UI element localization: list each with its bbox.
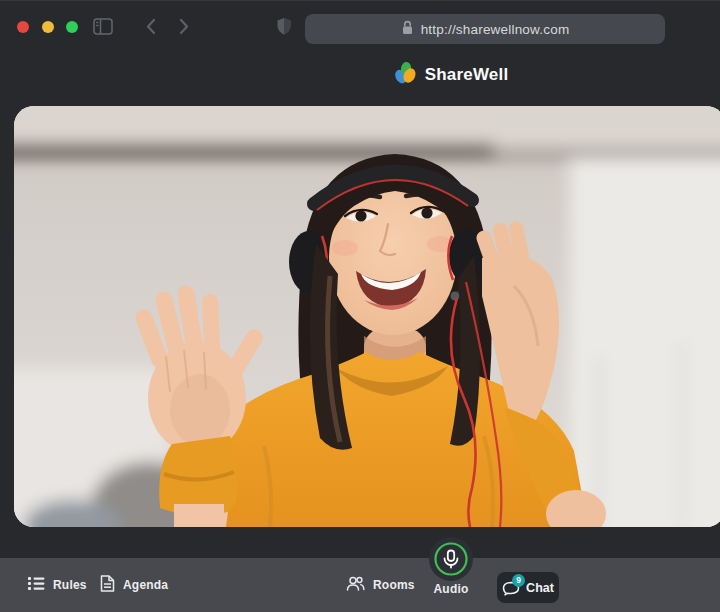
chat-label: Chat — [526, 581, 554, 595]
minimize-window-button[interactable] — [42, 21, 54, 33]
rooms-people-icon — [346, 576, 365, 594]
url-text: http://sharewellnow.com — [421, 22, 570, 37]
chat-bubble-icon — [502, 585, 520, 599]
close-window-button[interactable] — [17, 21, 29, 33]
sidebar-toggle-icon[interactable] — [93, 18, 113, 39]
forward-icon[interactable] — [177, 18, 191, 39]
rules-button[interactable]: Rules — [28, 558, 87, 612]
chat-unread-badge: 9 — [512, 574, 525, 587]
agenda-label: Agenda — [123, 578, 168, 592]
audio-mute-button[interactable] — [429, 537, 473, 581]
rules-list-icon — [28, 576, 45, 594]
agenda-button[interactable]: Agenda — [100, 558, 168, 612]
address-bar[interactable]: http://sharewellnow.com — [305, 14, 665, 44]
audio-label: Audio — [429, 582, 473, 596]
agenda-document-icon — [100, 575, 115, 595]
video-feed — [14, 106, 720, 527]
sharewell-logo-icon — [392, 60, 419, 91]
meeting-toolbar: Rules Agenda Rooms — [0, 558, 720, 612]
brand-header: ShareWell — [0, 60, 720, 90]
back-icon[interactable] — [144, 18, 158, 39]
lock-icon — [401, 20, 414, 39]
brand-name: ShareWell — [425, 65, 509, 85]
rules-label: Rules — [53, 578, 87, 592]
privacy-shield-icon[interactable] — [276, 17, 292, 40]
zoom-window-button[interactable] — [66, 21, 78, 33]
browser-top-bar: http://sharewellnow.com — [0, 0, 720, 53]
rooms-button[interactable]: Rooms — [346, 558, 415, 612]
rooms-label: Rooms — [373, 578, 415, 592]
chat-button[interactable]: 9 Chat — [497, 572, 559, 603]
